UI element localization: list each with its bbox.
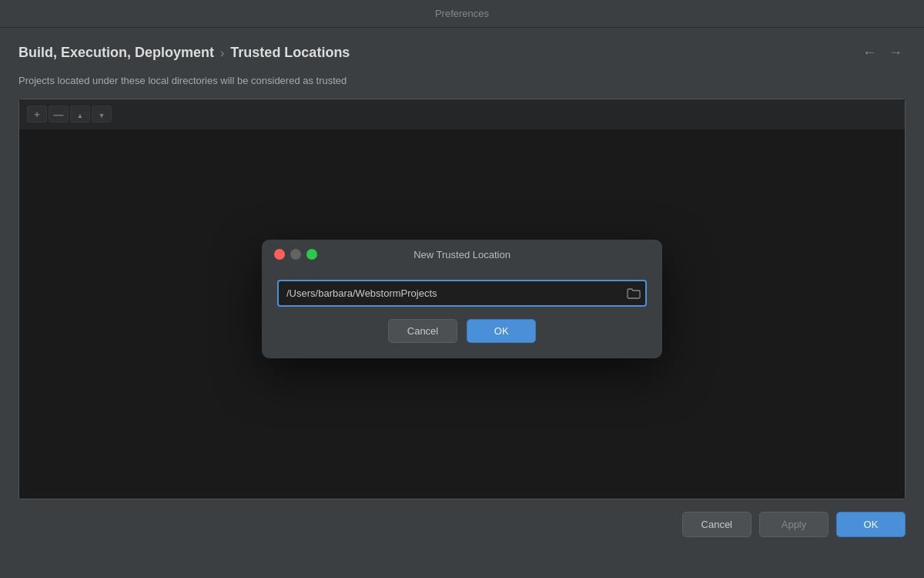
preferences-apply-button[interactable]: Apply xyxy=(759,512,829,537)
path-input[interactable] xyxy=(277,280,647,307)
forward-arrow-button[interactable]: → xyxy=(886,43,906,62)
minimize-button[interactable] xyxy=(290,249,301,260)
modal-ok-button[interactable]: OK xyxy=(467,319,536,343)
nav-arrows: ← → xyxy=(859,43,906,62)
title-bar: Preferences xyxy=(0,0,924,28)
maximize-button[interactable] xyxy=(306,249,317,260)
breadcrumb: Build, Execution, Deployment › Trusted L… xyxy=(18,45,350,61)
description: Projects located under these local direc… xyxy=(0,75,924,99)
breadcrumb-main: Build, Execution, Deployment xyxy=(18,45,214,61)
close-button[interactable] xyxy=(274,249,285,260)
trusted-locations-panel: + — New Trusted Location xyxy=(18,99,906,499)
main-content: Build, Execution, Deployment › Trusted L… xyxy=(0,28,924,578)
modal-titlebar: New Trusted Location xyxy=(262,240,662,267)
back-arrow-button[interactable]: ← xyxy=(859,43,879,62)
modal-actions: Cancel OK xyxy=(277,319,647,343)
bottom-bar: Cancel Apply OK xyxy=(0,499,924,549)
window-title: Preferences xyxy=(435,8,489,19)
preferences-cancel-button[interactable]: Cancel xyxy=(682,512,752,537)
new-trusted-location-dialog: New Trusted Location Cancel xyxy=(262,240,662,358)
path-input-wrapper xyxy=(277,280,647,307)
modal-title: New Trusted Location xyxy=(413,249,511,260)
modal-cancel-button[interactable]: Cancel xyxy=(388,319,457,343)
header: Build, Execution, Deployment › Trusted L… xyxy=(0,28,924,75)
folder-icon xyxy=(627,288,641,299)
description-text: Projects located under these local direc… xyxy=(18,75,346,86)
breadcrumb-separator: › xyxy=(220,46,224,60)
window-controls xyxy=(274,249,317,260)
breadcrumb-current: Trusted Locations xyxy=(230,45,350,61)
preferences-ok-button[interactable]: OK xyxy=(836,512,906,537)
browse-folder-button[interactable] xyxy=(627,288,641,299)
modal-body: Cancel OK xyxy=(262,267,662,358)
modal-overlay: New Trusted Location Cancel xyxy=(19,99,905,499)
